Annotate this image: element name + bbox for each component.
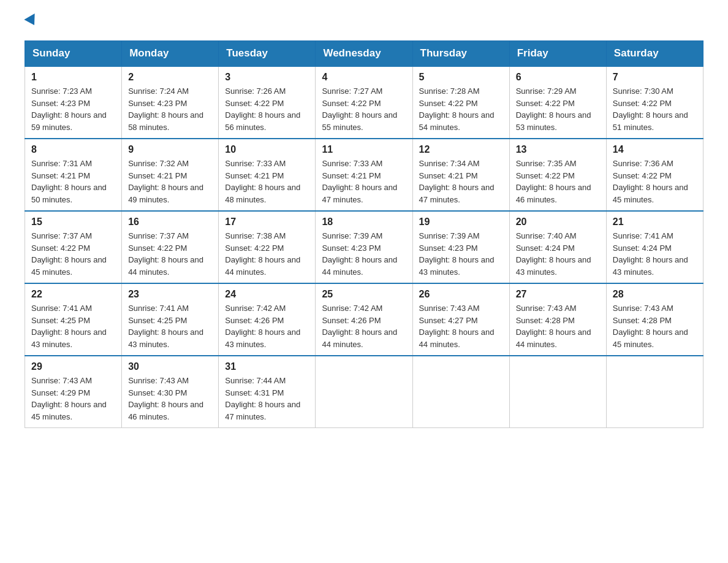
day-number: 10 [225,144,309,155]
calendar-cell: 24 Sunrise: 7:42 AM Sunset: 4:26 PM Dayl… [219,283,316,356]
sunrise-label: Sunrise: 7:43 AM [613,304,673,313]
calendar-cell: 15 Sunrise: 7:37 AM Sunset: 4:22 PM Dayl… [25,211,122,283]
daylight-label: Daylight: 8 hours and 46 minutes. [516,183,591,204]
sunrise-label: Sunrise: 7:36 AM [613,159,673,168]
calendar-cell: 9 Sunrise: 7:32 AM Sunset: 4:21 PM Dayli… [122,139,219,211]
day-info: Sunrise: 7:37 AM Sunset: 4:22 PM Dayligh… [128,230,212,278]
daylight-label: Daylight: 8 hours and 45 minutes. [613,327,688,349]
week-row-4: 22 Sunrise: 7:41 AM Sunset: 4:25 PM Dayl… [25,283,703,356]
weekday-header-monday: Monday [122,41,219,67]
sunset-label: Sunset: 4:22 PM [613,171,672,180]
day-number: 8 [31,144,115,155]
day-number: 29 [31,361,115,372]
calendar-cell: 17 Sunrise: 7:38 AM Sunset: 4:22 PM Dayl… [219,211,316,283]
sunrise-label: Sunrise: 7:28 AM [419,86,480,96]
sunset-label: Sunset: 4:21 PM [225,171,284,180]
sunset-label: Sunset: 4:23 PM [322,243,381,253]
calendar-cell: 1 Sunrise: 7:23 AM Sunset: 4:23 PM Dayli… [25,66,122,139]
sunrise-label: Sunrise: 7:37 AM [128,231,189,240]
sunrise-label: Sunrise: 7:34 AM [419,159,480,168]
sunrise-label: Sunrise: 7:41 AM [31,304,92,313]
calendar-cell [316,356,412,428]
sunset-label: Sunset: 4:26 PM [322,316,381,325]
weekday-header-saturday: Saturday [606,41,703,67]
daylight-label: Daylight: 8 hours and 43 minutes. [419,255,495,277]
daylight-label: Daylight: 8 hours and 53 minutes. [516,110,591,132]
day-info: Sunrise: 7:42 AM Sunset: 4:26 PM Dayligh… [225,302,309,350]
sunrise-label: Sunrise: 7:32 AM [128,159,189,168]
sunrise-label: Sunrise: 7:41 AM [613,231,673,240]
day-info: Sunrise: 7:30 AM Sunset: 4:22 PM Dayligh… [613,85,697,133]
day-info: Sunrise: 7:33 AM Sunset: 4:21 PM Dayligh… [322,158,406,205]
week-row-5: 29 Sunrise: 7:43 AM Sunset: 4:29 PM Dayl… [25,356,703,428]
day-info: Sunrise: 7:36 AM Sunset: 4:22 PM Dayligh… [613,158,697,205]
day-info: Sunrise: 7:41 AM Sunset: 4:24 PM Dayligh… [613,230,697,278]
day-info: Sunrise: 7:43 AM Sunset: 4:29 PM Dayligh… [31,375,115,423]
day-number: 26 [419,289,503,300]
daylight-label: Daylight: 8 hours and 43 minutes. [225,327,300,349]
sunset-label: Sunset: 4:21 PM [322,171,381,180]
day-info: Sunrise: 7:41 AM Sunset: 4:25 PM Dayligh… [31,302,115,350]
day-info: Sunrise: 7:43 AM Sunset: 4:27 PM Dayligh… [419,302,503,350]
calendar-cell: 21 Sunrise: 7:41 AM Sunset: 4:24 PM Dayl… [606,211,703,283]
calendar-cell: 19 Sunrise: 7:39 AM Sunset: 4:23 PM Dayl… [412,211,509,283]
sunset-label: Sunset: 4:24 PM [516,243,575,253]
calendar-cell: 8 Sunrise: 7:31 AM Sunset: 4:21 PM Dayli… [25,139,122,211]
sunrise-label: Sunrise: 7:33 AM [225,159,286,168]
calendar-cell [509,356,606,428]
day-info: Sunrise: 7:43 AM Sunset: 4:28 PM Dayligh… [516,302,600,350]
day-info: Sunrise: 7:33 AM Sunset: 4:21 PM Dayligh… [225,158,309,205]
day-number: 4 [322,72,406,83]
sunset-label: Sunset: 4:26 PM [225,316,284,325]
week-row-3: 15 Sunrise: 7:37 AM Sunset: 4:22 PM Dayl… [25,211,703,283]
sunrise-label: Sunrise: 7:42 AM [322,304,382,313]
daylight-label: Daylight: 8 hours and 44 minutes. [516,327,591,349]
sunset-label: Sunset: 4:21 PM [31,171,90,180]
day-info: Sunrise: 7:26 AM Sunset: 4:22 PM Dayligh… [225,85,309,133]
sunset-label: Sunset: 4:23 PM [128,99,187,108]
daylight-label: Daylight: 8 hours and 43 minutes. [516,255,591,277]
calendar-cell [606,356,703,428]
day-number: 1 [31,72,115,83]
day-number: 7 [613,72,697,83]
week-row-1: 1 Sunrise: 7:23 AM Sunset: 4:23 PM Dayli… [25,66,703,139]
sunset-label: Sunset: 4:22 PM [322,99,381,108]
daylight-label: Daylight: 8 hours and 43 minutes. [31,327,107,349]
sunset-label: Sunset: 4:22 PM [516,99,575,108]
daylight-label: Daylight: 8 hours and 45 minutes. [613,183,688,204]
sunrise-label: Sunrise: 7:24 AM [128,86,189,96]
day-number: 2 [128,72,212,83]
calendar-cell: 22 Sunrise: 7:41 AM Sunset: 4:25 PM Dayl… [25,283,122,356]
sunset-label: Sunset: 4:21 PM [128,171,187,180]
page-header [25,18,703,28]
day-info: Sunrise: 7:41 AM Sunset: 4:25 PM Dayligh… [128,302,212,350]
day-info: Sunrise: 7:31 AM Sunset: 4:21 PM Dayligh… [31,158,115,205]
day-number: 22 [31,289,115,300]
calendar-cell: 5 Sunrise: 7:28 AM Sunset: 4:22 PM Dayli… [412,66,509,139]
calendar-cell: 29 Sunrise: 7:43 AM Sunset: 4:29 PM Dayl… [25,356,122,428]
day-number: 30 [128,361,212,372]
day-info: Sunrise: 7:43 AM Sunset: 4:28 PM Dayligh… [613,302,697,350]
day-info: Sunrise: 7:43 AM Sunset: 4:30 PM Dayligh… [128,375,212,423]
daylight-label: Daylight: 8 hours and 49 minutes. [128,183,203,204]
calendar-cell: 6 Sunrise: 7:29 AM Sunset: 4:22 PM Dayli… [509,66,606,139]
day-number: 6 [516,72,600,83]
sunrise-label: Sunrise: 7:39 AM [419,231,480,240]
sunset-label: Sunset: 4:22 PM [225,99,284,108]
daylight-label: Daylight: 8 hours and 46 minutes. [128,400,203,421]
day-number: 3 [225,72,309,83]
day-number: 5 [419,72,503,83]
day-number: 15 [31,216,115,228]
sunrise-label: Sunrise: 7:44 AM [225,376,286,385]
logo [25,18,38,28]
day-number: 14 [613,144,697,155]
day-number: 21 [613,216,697,228]
day-number: 18 [322,216,406,228]
calendar-cell: 12 Sunrise: 7:34 AM Sunset: 4:21 PM Dayl… [412,139,509,211]
sunrise-label: Sunrise: 7:39 AM [322,231,382,240]
sunrise-label: Sunrise: 7:26 AM [225,86,286,96]
sunset-label: Sunset: 4:22 PM [419,99,478,108]
day-number: 25 [322,289,406,300]
sunset-label: Sunset: 4:22 PM [516,171,575,180]
daylight-label: Daylight: 8 hours and 44 minutes. [225,255,300,277]
